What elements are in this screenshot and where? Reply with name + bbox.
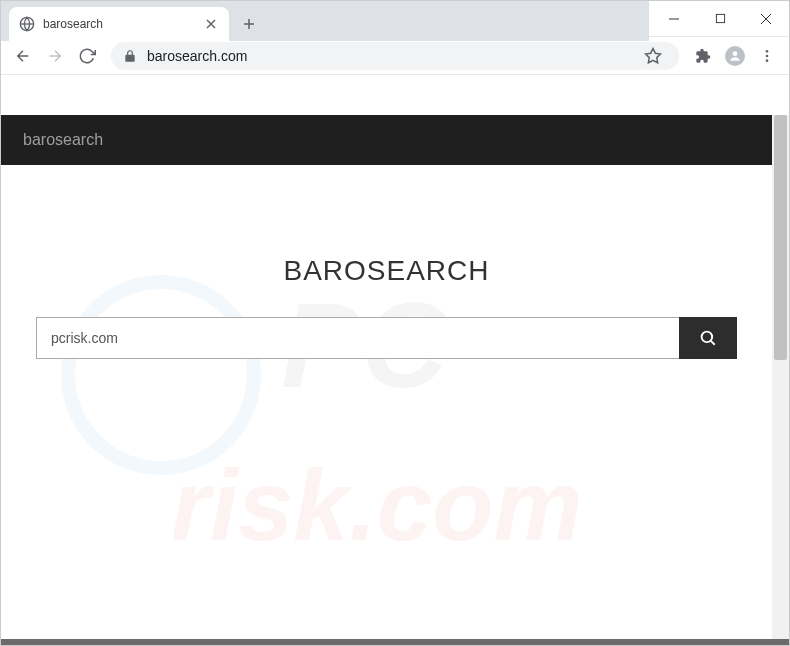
search-input[interactable]	[36, 317, 679, 359]
page-header-title: barosearch	[23, 131, 103, 149]
page-title: BAROSEARCH	[36, 255, 737, 287]
svg-point-6	[766, 54, 769, 57]
svg-marker-3	[646, 48, 661, 62]
browser-toolbar: barosearch.com	[1, 37, 789, 75]
svg-point-4	[733, 51, 738, 56]
close-tab-icon[interactable]	[203, 16, 219, 32]
lock-icon	[123, 49, 137, 63]
url-text: barosearch.com	[147, 48, 629, 64]
tab-title: barosearch	[43, 17, 195, 31]
page-body: BAROSEARCH	[1, 165, 772, 359]
close-window-button[interactable]	[743, 1, 789, 37]
bottom-border	[1, 639, 789, 645]
svg-point-5	[766, 50, 769, 53]
new-tab-button[interactable]	[235, 10, 263, 38]
maximize-button[interactable]	[697, 1, 743, 37]
globe-icon	[19, 16, 35, 32]
svg-point-7	[766, 59, 769, 62]
search-form	[36, 317, 737, 359]
browser-window: barosearch	[0, 0, 790, 646]
search-button[interactable]	[679, 317, 737, 359]
browser-tab[interactable]: barosearch	[9, 7, 229, 41]
profile-avatar[interactable]	[721, 42, 749, 70]
address-bar[interactable]: barosearch.com	[111, 42, 679, 70]
reload-button[interactable]	[73, 42, 101, 70]
minimize-button[interactable]	[651, 1, 697, 37]
page-viewport: PC risk.com barosearch BAROSEARCH	[1, 115, 772, 645]
vertical-scrollbar[interactable]	[772, 115, 789, 645]
tab-bar: barosearch	[1, 1, 649, 41]
forward-button[interactable]	[41, 42, 69, 70]
scrollbar-thumb[interactable]	[774, 115, 787, 360]
back-button[interactable]	[9, 42, 37, 70]
content-area: PC risk.com barosearch BAROSEARCH	[1, 115, 789, 645]
page-header: barosearch	[1, 115, 772, 165]
svg-line-9	[711, 341, 715, 345]
bookmark-star-icon[interactable]	[639, 42, 667, 70]
extensions-icon[interactable]	[689, 42, 717, 70]
menu-button[interactable]	[753, 42, 781, 70]
search-icon	[699, 329, 717, 347]
svg-rect-2	[716, 14, 724, 22]
svg-point-8	[702, 332, 713, 343]
